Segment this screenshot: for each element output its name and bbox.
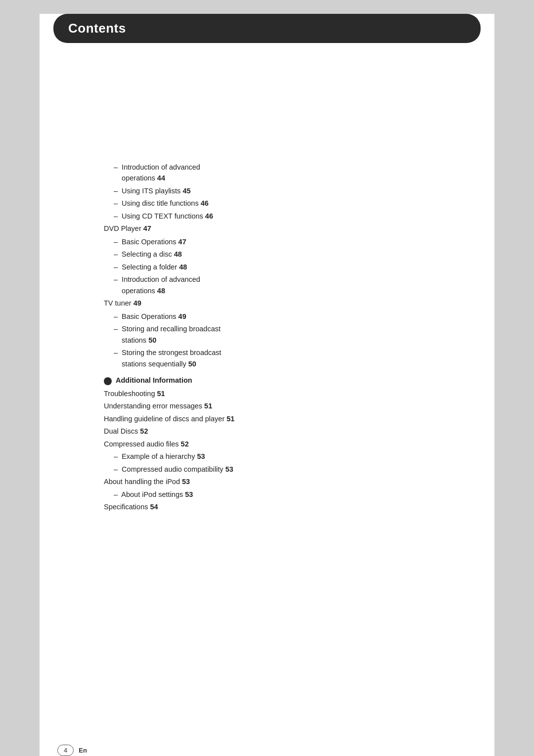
additional-info-header: Additional Information [104,376,470,385]
list-item: – Storing and recalling broadcast statio… [104,323,470,346]
list-item: – Using disc title functions 46 [104,198,470,209]
page-number: 49 [178,312,186,320]
list-item: Compressed audio files 52 [104,439,470,449]
list-item: Dual Discs 52 [104,426,470,437]
page-title: Contents [68,21,126,36]
list-item: – Compressed audio compatibility 53 [104,464,470,475]
page-number-box: 4 [57,745,74,756]
dash-icon: – [114,250,118,258]
page-number: 53 [197,452,205,460]
dash-icon: – [114,465,118,473]
page-number: 48 [157,287,165,295]
dash-icon: – [114,349,118,356]
list-item: – Example of a hierarchy 53 [104,451,470,462]
dash-icon: – [114,325,118,333]
list-item: – Basic Operations 47 [104,236,470,247]
list-item: About handling the iPod 53 [104,476,470,487]
footer-language: En [79,747,87,754]
dash-icon: – [114,452,118,460]
list-item: Understanding error messages 51 [104,400,470,411]
list-item: – Selecting a disc 48 [104,249,470,260]
page-number: 54 [150,503,158,511]
page-number: 51 [157,390,165,398]
page: Contents – Introduction of advanced oper… [40,14,494,756]
list-item: Specifications 54 [104,501,470,512]
footer-page-number: 4 [64,747,67,754]
page-number: 50 [148,336,156,344]
list-item: – Using CD TEXT functions 46 [104,211,470,222]
dash-icon: – [114,275,118,283]
list-item: – About iPod settings 53 [104,489,470,500]
page-number: 51 [204,402,212,410]
list-item: – Introduction of advanced operations 44 [104,162,470,184]
page-number: 48 [174,250,182,258]
page-number: 49 [134,299,141,307]
list-item: Troubleshooting 51 [104,388,470,399]
dash-icon: – [114,490,118,498]
list-item: – Storing the strongest broadcast statio… [104,347,470,369]
page-number: 52 [181,440,189,448]
page-number: 46 [205,212,213,220]
list-item: Handling guideline of discs and player 5… [104,413,470,424]
dash-icon: – [114,187,118,195]
page-number: 45 [182,187,190,195]
list-item: TV tuner 49 [104,298,470,309]
dash-icon: – [114,199,118,207]
list-item: DVD Player 47 [104,223,470,234]
top-spacer [104,63,470,162]
dash-icon: – [114,163,118,171]
page-number: 51 [226,415,234,423]
dash-icon: – [114,312,118,320]
bullet-icon [104,377,112,385]
list-item: – Using ITS playlists 45 [104,185,470,196]
list-item: – Selecting a folder 48 [104,262,470,272]
page-number: 53 [185,490,193,498]
footer: 4 En [40,745,494,756]
dash-icon: – [114,263,118,271]
dash-icon: – [114,238,118,246]
page-number: 47 [178,238,186,246]
page-number: 44 [157,174,165,182]
list-item: – Basic Operations 49 [104,311,470,322]
page-number: 53 [182,478,190,486]
page-number: 46 [201,199,209,207]
list-item: – Introduction of advanced operations 48 [104,274,470,296]
page-number: 52 [140,427,148,435]
dash-icon: – [114,212,118,220]
page-number: 47 [143,224,151,232]
header-bar: Contents [53,14,481,43]
content-area: – Introduction of advanced operations 44… [40,43,494,544]
page-number: 53 [225,465,233,473]
page-number: 50 [188,360,196,368]
section-label: Additional Information [116,376,192,384]
page-number: 48 [179,263,187,271]
toc-section: – Introduction of advanced operations 44… [104,162,470,513]
